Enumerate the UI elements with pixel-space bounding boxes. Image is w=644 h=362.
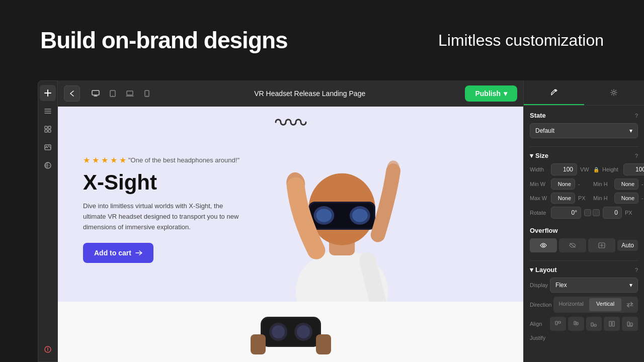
publish-chevron: ▾: [504, 89, 507, 98]
media-icon[interactable]: [40, 139, 56, 155]
svg-rect-6: [48, 126, 51, 129]
star-5: ★: [119, 155, 126, 165]
overflow-scroll-btn[interactable]: [588, 238, 615, 252]
svg-point-38: [272, 325, 285, 338]
svg-rect-15: [92, 90, 99, 95]
state-help[interactable]: ?: [635, 113, 638, 119]
checkbox-pair: [584, 209, 600, 216]
page-title: VR Headset Release Landing Page: [158, 89, 461, 98]
svg-rect-20: [127, 91, 133, 95]
size-collapse-arrow[interactable]: ▾: [530, 152, 533, 159]
svg-point-40: [297, 325, 310, 338]
vertical-btn[interactable]: Vertical: [589, 298, 621, 311]
checkbox-1[interactable]: [584, 209, 591, 216]
align-label: Align: [530, 321, 548, 327]
height-input[interactable]: [623, 163, 644, 175]
mobile-device-btn[interactable]: [139, 86, 154, 101]
width-unit: VW: [580, 166, 590, 172]
tab-settings[interactable]: [584, 80, 645, 105]
back-button[interactable]: [64, 85, 80, 102]
hero-content: ★ ★ ★ ★ ★ "One of the best headphones ar…: [83, 145, 498, 263]
align-stretch[interactable]: [604, 317, 620, 331]
rotate-label: Rotate: [530, 210, 548, 216]
layout-section: ▾ Layout ? Display Flex ▾ Direction: [530, 266, 638, 341]
max-h-input[interactable]: [614, 193, 638, 204]
second-section: [58, 302, 523, 362]
landing-preview: ★ ★ ★ ★ ★ "One of the best headphones ar…: [58, 107, 523, 362]
rotate-input[interactable]: [551, 207, 581, 219]
max-w-label: Max W: [530, 195, 548, 201]
max-h-unit: -: [641, 195, 644, 201]
svg-point-43: [613, 91, 615, 94]
svg-point-44: [542, 244, 544, 246]
svg-rect-5: [45, 126, 47, 129]
tablet-device-btn[interactable]: [105, 86, 120, 101]
rotate-px-input[interactable]: [603, 207, 622, 219]
state-chevron: ▾: [629, 127, 632, 134]
panel-tabs: [524, 80, 644, 106]
svg-rect-41: [251, 334, 266, 354]
components-icon[interactable]: [40, 121, 56, 137]
min-row: Min W - Min H -: [530, 178, 638, 190]
size-title: ▾ Size: [530, 152, 548, 159]
divider-2: [530, 260, 638, 261]
align-top-left[interactable]: [550, 317, 566, 331]
display-select[interactable]: Flex ▾: [550, 278, 638, 293]
overflow-auto-label: Auto: [621, 242, 634, 249]
width-input[interactable]: [551, 163, 577, 175]
align-top-center[interactable]: [568, 317, 584, 331]
add-to-cart-button[interactable]: Add to cart: [83, 243, 153, 263]
left-toolbar: [38, 80, 58, 362]
state-select[interactable]: Default ▾: [530, 123, 638, 138]
direction-row: Horizontal Vertical: [553, 297, 638, 313]
add-to-cart-label: Add to cart: [94, 249, 131, 257]
min-w-input[interactable]: [551, 178, 575, 190]
max-w-input[interactable]: [551, 193, 575, 204]
svg-rect-51: [574, 321, 576, 325]
publish-button[interactable]: Publish ▾: [465, 85, 517, 102]
review-text: "One of the best headphones around!": [128, 156, 239, 164]
main-headline: Build on-brand designs: [40, 27, 288, 54]
star-4: ★: [110, 155, 117, 165]
layers-icon[interactable]: [40, 103, 56, 119]
add-icon[interactable]: [40, 85, 56, 101]
size-help[interactable]: ?: [635, 153, 638, 159]
hero-section: ★ ★ ★ ★ ★ "One of the best headphones ar…: [58, 107, 523, 302]
direction-row-outer: Direction Horizontal Vertical: [530, 297, 638, 313]
right-panel: State ? Default ▾ ▾ Size ?: [523, 80, 644, 362]
justify-row: Justify: [530, 335, 638, 341]
align-bottom[interactable]: [586, 317, 602, 331]
horizontal-btn[interactable]: Horizontal: [555, 298, 587, 311]
svg-rect-55: [594, 324, 596, 326]
min-h-input[interactable]: [614, 178, 638, 190]
svg-point-19: [112, 95, 113, 96]
layout-collapse-arrow[interactable]: ▾: [530, 266, 533, 274]
star-1: ★: [83, 155, 90, 165]
canvas-area[interactable]: ★ ★ ★ ★ ★ "One of the best headphones ar…: [58, 107, 523, 362]
overflow-section: Overflow: [530, 227, 638, 252]
checkbox-2[interactable]: [593, 209, 600, 216]
size-section: ▾ Size ? Width VW 🔒 Height VH: [530, 152, 638, 219]
state-title: State: [530, 112, 546, 119]
alert-icon[interactable]: [40, 341, 56, 357]
overflow-visible-btn[interactable]: [530, 238, 557, 252]
overflow-hidden-btn[interactable]: [559, 238, 586, 252]
theme-icon[interactable]: [40, 157, 56, 173]
layout-help[interactable]: ?: [635, 267, 638, 273]
max-h-label: Min H: [593, 195, 611, 201]
display-label: Display: [530, 282, 548, 288]
overflow-title: Overflow: [530, 227, 558, 234]
tab-design[interactable]: [524, 80, 584, 105]
overflow-auto-btn[interactable]: Auto: [617, 240, 638, 251]
align-row: Align: [530, 317, 638, 331]
laptop-device-btn[interactable]: [122, 86, 137, 101]
state-section: State ? Default ▾: [530, 112, 638, 138]
publish-label: Publish: [475, 89, 501, 98]
desktop-device-btn[interactable]: [88, 86, 103, 101]
svg-rect-7: [45, 130, 47, 132]
align-baseline[interactable]: [622, 317, 638, 331]
overflow-row: Auto: [530, 238, 638, 252]
panel-content: State ? Default ▾ ▾ Size ?: [524, 106, 644, 362]
svg-rect-59: [630, 323, 632, 326]
direction-swap-icon[interactable]: [623, 298, 636, 311]
